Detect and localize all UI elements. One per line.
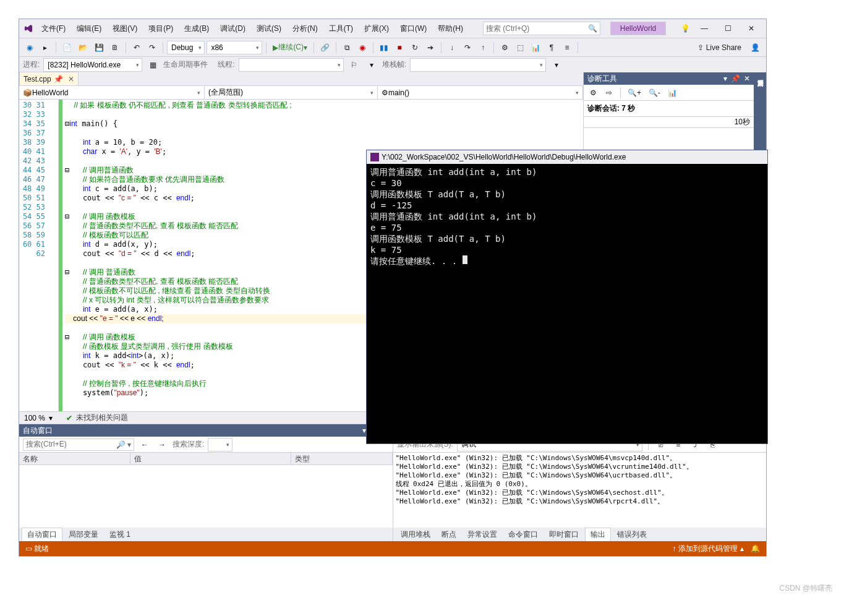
thread-filter-icon[interactable]: ▾ bbox=[365, 58, 378, 72]
menu-tools[interactable]: 工具(T) bbox=[324, 21, 358, 36]
zoom-level[interactable]: 100 % bbox=[24, 414, 45, 422]
tb-c-icon[interactable]: 📊 bbox=[529, 41, 543, 54]
tab-immediate[interactable]: 即时窗口 bbox=[544, 528, 584, 541]
saveall-icon[interactable]: 🗎 bbox=[108, 41, 122, 54]
tab-locals[interactable]: 局部变量 bbox=[64, 528, 103, 541]
chart-icon[interactable]: 📊 bbox=[665, 86, 680, 100]
tab-errorlist[interactable]: 错误列表 bbox=[612, 528, 652, 541]
close-tab-icon[interactable]: ✕ bbox=[68, 75, 74, 83]
feedback-icon[interactable]: 💡 bbox=[681, 24, 690, 33]
screenshot-icon[interactable]: ⧉ bbox=[340, 41, 354, 54]
next-stmt-icon[interactable]: ➔ bbox=[424, 41, 437, 54]
autos-header[interactable]: 自动窗口 ▾📌✕ bbox=[19, 424, 393, 437]
titlebar-search[interactable]: 搜索 (Ctrl+Q) 🔍 bbox=[483, 22, 600, 35]
tb-e-icon[interactable]: ≡ bbox=[560, 41, 574, 54]
menu-test[interactable]: 测试(S) bbox=[252, 21, 286, 36]
notifications-icon[interactable]: 🔔 bbox=[751, 544, 760, 553]
sf-dd-icon[interactable]: ▾ bbox=[550, 58, 563, 72]
cam-icon[interactable]: ◉ bbox=[356, 41, 369, 54]
liveshare-button[interactable]: ⇪ Live Share bbox=[697, 43, 741, 52]
stop-icon[interactable]: ■ bbox=[393, 41, 406, 54]
depth-label: 搜索深度: bbox=[173, 439, 204, 450]
nav-project[interactable]: 📦 HelloWorld bbox=[19, 86, 205, 99]
nav-scope[interactable]: (全局范围) bbox=[205, 86, 378, 99]
output-body[interactable]: "HelloWorld.exe" (Win32): 已加载 "C:\Window… bbox=[393, 453, 767, 528]
platform-select[interactable]: x86 bbox=[207, 41, 262, 54]
config-select[interactable]: Debug bbox=[167, 41, 205, 54]
save-icon[interactable]: 💾 bbox=[92, 41, 106, 54]
zoomout-icon[interactable]: 🔍- bbox=[646, 86, 663, 100]
continue-button[interactable]: ▶ 继续(C) ▾ bbox=[270, 41, 310, 54]
code-navbar: 📦 HelloWorld (全局范围) ⚙ main() bbox=[19, 86, 583, 100]
panel-pin-icon[interactable]: 📌 bbox=[731, 74, 740, 83]
menu-analyze[interactable]: 分析(N) bbox=[288, 21, 323, 36]
lifecycle-icon[interactable]: ▦ bbox=[146, 58, 160, 72]
menu-help[interactable]: 帮助(H) bbox=[433, 21, 468, 36]
step-out-icon[interactable]: ↑ bbox=[476, 41, 490, 54]
autos-search[interactable]: 搜索(Ctrl+E)🔎 ▾ bbox=[23, 438, 134, 451]
menu-extensions[interactable]: 扩展(X) bbox=[359, 21, 394, 36]
process-select[interactable]: [8232] HelloWorld.exe bbox=[43, 58, 142, 72]
nav-fwd-icon[interactable]: ▸ bbox=[38, 41, 52, 54]
console-window[interactable]: Y:\002_WorkSpace\002_VS\HelloWorld\Hello… bbox=[366, 150, 768, 444]
window-buttons: — ☐ ✕ bbox=[693, 20, 762, 36]
console-titlebar[interactable]: Y:\002_WorkSpace\002_VS\HelloWorld\Hello… bbox=[367, 150, 767, 164]
restart-icon[interactable]: ↻ bbox=[408, 41, 422, 54]
tab-breakpoints[interactable]: 断点 bbox=[437, 528, 461, 541]
thread-select[interactable] bbox=[239, 58, 344, 72]
flag-icon[interactable]: ⚐ bbox=[347, 58, 361, 72]
attach-icon[interactable]: 🔗 bbox=[318, 41, 332, 54]
stackframe-select[interactable] bbox=[410, 58, 546, 72]
tab-autos[interactable]: 自动窗口 bbox=[22, 528, 62, 541]
autos-body bbox=[19, 465, 393, 528]
col-type[interactable]: 类型 bbox=[291, 453, 393, 464]
open-icon[interactable]: 📂 bbox=[76, 41, 90, 54]
file-tab[interactable]: Test.cpp 📌 ✕ bbox=[19, 72, 79, 85]
autos-toolbar: 搜索(Ctrl+E)🔎 ▾ ← → 搜索深度: bbox=[19, 437, 393, 453]
tb-d-icon[interactable]: ¶ bbox=[545, 41, 558, 54]
gear-icon[interactable]: ⚙ bbox=[586, 86, 600, 100]
tb-a-icon[interactable]: ⚙ bbox=[498, 41, 511, 54]
pin-icon[interactable]: 📌 bbox=[54, 75, 63, 83]
panel-dropdown-icon[interactable]: ▾ bbox=[723, 74, 727, 83]
col-value[interactable]: 值 bbox=[130, 453, 291, 464]
close-button[interactable]: ✕ bbox=[740, 20, 762, 36]
tb-b-icon[interactable]: ⬚ bbox=[513, 41, 527, 54]
step-over-icon[interactable]: ↷ bbox=[461, 41, 474, 54]
menu-debug[interactable]: 调试(D) bbox=[215, 21, 250, 36]
depth-select[interactable] bbox=[208, 438, 232, 451]
new-item-icon[interactable]: 📄 bbox=[60, 41, 74, 54]
output-tabstrip: 调用堆栈 断点 异常设置 命令窗口 即时窗口 输出 错误列表 bbox=[393, 528, 767, 541]
diagnostics-header[interactable]: 诊断工具 ▾📌✕ bbox=[584, 72, 754, 85]
panel-close-icon[interactable]: ✕ bbox=[744, 74, 750, 83]
status-right[interactable]: ↑ 添加到源代码管理 ▴ 🔔 bbox=[672, 544, 760, 554]
menu-edit[interactable]: 编辑(E) bbox=[72, 21, 106, 36]
step-into-icon[interactable]: ↓ bbox=[445, 41, 459, 54]
redo-icon[interactable]: ↷ bbox=[145, 41, 159, 54]
tab-callstack[interactable]: 调用堆栈 bbox=[396, 528, 435, 541]
nav-fwd-icon[interactable]: → bbox=[155, 438, 169, 451]
menu-build[interactable]: 生成(B) bbox=[179, 21, 214, 36]
col-name[interactable]: 名称 bbox=[19, 453, 130, 464]
nav-function[interactable]: ⚙ main() bbox=[378, 86, 583, 99]
watermark: CSDN @韩曙亮 bbox=[779, 583, 832, 594]
minimize-button[interactable]: — bbox=[693, 20, 715, 36]
tab-exceptions[interactable]: 异常设置 bbox=[463, 528, 502, 541]
export-icon[interactable]: ⇨ bbox=[602, 86, 616, 100]
undo-icon[interactable]: ↶ bbox=[130, 41, 143, 54]
nav-back-icon[interactable]: ← bbox=[138, 438, 151, 451]
diagnostics-toolbar: ⚙ ⇨ 🔍+ 🔍- 📊 bbox=[584, 85, 754, 101]
menu-view[interactable]: 视图(V) bbox=[108, 21, 142, 36]
menu-project[interactable]: 项目(P) bbox=[143, 21, 178, 36]
ok-icon: ✔ bbox=[66, 414, 72, 422]
pause-icon[interactable]: ▮▮ bbox=[377, 41, 391, 54]
menu-file[interactable]: 文件(F) bbox=[36, 21, 70, 36]
zoomin-icon[interactable]: 🔍+ bbox=[625, 86, 644, 100]
maximize-button[interactable]: ☐ bbox=[717, 20, 739, 36]
account-icon[interactable]: 👤 bbox=[748, 41, 762, 54]
nav-back-icon[interactable]: ◉ bbox=[23, 41, 36, 54]
tab-output[interactable]: 输出 bbox=[585, 528, 611, 541]
tab-command[interactable]: 命令窗口 bbox=[503, 528, 543, 541]
tab-watch[interactable]: 监视 1 bbox=[104, 528, 135, 541]
menu-window[interactable]: 窗口(W) bbox=[395, 21, 432, 36]
